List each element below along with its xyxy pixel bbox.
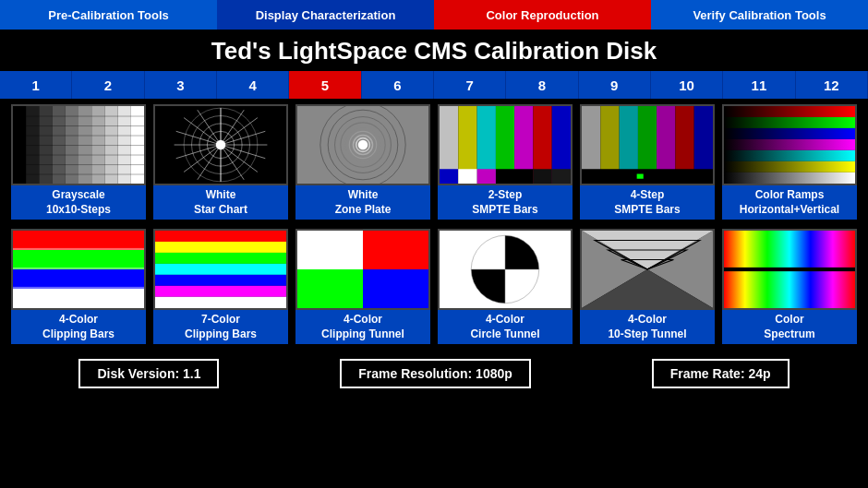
svg-rect-12 bbox=[13, 136, 144, 137]
thumb-zone-plate bbox=[295, 104, 430, 185]
grid-item-step-tunnel[interactable]: 4-Color10-Step Tunnel bbox=[580, 229, 715, 344]
tab-12[interactable]: 12 bbox=[796, 71, 868, 99]
svg-point-31 bbox=[218, 142, 223, 148]
label-smpte4: 4-StepSMPTE Bars bbox=[580, 185, 715, 220]
tab-5[interactable]: 5 bbox=[289, 71, 361, 99]
thumb-spectrum bbox=[722, 229, 857, 310]
grid-item-tunnel[interactable]: 4-ColorClipping Tunnel bbox=[295, 229, 430, 344]
svg-rect-83 bbox=[155, 297, 286, 308]
svg-rect-62 bbox=[637, 174, 644, 179]
label-ramps: Color RampsHorizontal+Vertical bbox=[722, 185, 857, 220]
tab-2[interactable]: 2 bbox=[72, 71, 144, 99]
svg-rect-10 bbox=[13, 116, 144, 117]
number-tabs: 1 2 3 4 5 6 7 8 9 10 11 12 bbox=[0, 71, 868, 99]
svg-rect-48 bbox=[440, 169, 458, 184]
grid-item-7clip[interactable]: 7-ColorClipping Bars bbox=[153, 229, 288, 344]
thumb-step-tunnel bbox=[580, 229, 715, 310]
svg-rect-87 bbox=[363, 269, 428, 308]
tab-4[interactable]: 4 bbox=[217, 71, 289, 99]
tab-7[interactable]: 7 bbox=[434, 71, 506, 99]
tab-3[interactable]: 3 bbox=[145, 71, 217, 99]
label-smpte2: 2-StepSMPTE Bars bbox=[438, 185, 573, 220]
grid-item-spectrum[interactable]: ColorSpectrum bbox=[722, 229, 857, 344]
svg-rect-61 bbox=[582, 169, 713, 184]
label-grayscale: Grayscale10x10-Steps bbox=[11, 185, 146, 220]
tab-10[interactable]: 10 bbox=[651, 71, 723, 99]
svg-rect-13 bbox=[13, 145, 144, 146]
nav-color-reproduction[interactable]: Color Reproduction bbox=[434, 0, 651, 30]
svg-rect-67 bbox=[724, 150, 855, 161]
label-tunnel: 4-ColorClipping Tunnel bbox=[295, 310, 430, 344]
svg-rect-73 bbox=[13, 289, 144, 308]
svg-rect-63 bbox=[724, 106, 855, 117]
top-nav: Pre-Calibration Tools Display Characteri… bbox=[0, 0, 868, 30]
page-title: Ted's LightSpace CMS Calibration Disk bbox=[0, 30, 868, 71]
svg-rect-64 bbox=[724, 117, 855, 128]
svg-rect-84 bbox=[297, 231, 363, 269]
bottom-info: Disk Version: 1.1 Frame Resolution: 1080… bbox=[0, 351, 868, 396]
grid-item-grayscale[interactable]: Grayscale10x10-Steps bbox=[11, 104, 146, 220]
svg-rect-101 bbox=[724, 268, 855, 271]
svg-rect-70 bbox=[13, 231, 144, 250]
tab-1[interactable]: 1 bbox=[0, 71, 72, 99]
svg-rect-71 bbox=[13, 250, 144, 269]
disk-version: Disk Version: 1.1 bbox=[78, 359, 219, 388]
svg-rect-49 bbox=[458, 169, 476, 184]
svg-rect-77 bbox=[155, 231, 286, 242]
label-4clip: 4-ColorClipping Bars bbox=[11, 310, 146, 344]
nav-verify-calibration[interactable]: Verify Calibration Tools bbox=[651, 0, 868, 30]
svg-rect-86 bbox=[297, 269, 363, 308]
tab-8[interactable]: 8 bbox=[506, 71, 578, 99]
nav-display-characterization[interactable]: Display Characterization bbox=[217, 0, 434, 30]
svg-rect-51 bbox=[496, 169, 534, 184]
label-7clip: 7-ColorClipping Bars bbox=[153, 310, 288, 344]
grid-item-circle[interactable]: 4-ColorCircle Tunnel bbox=[438, 229, 573, 344]
thumb-grayscale bbox=[11, 104, 146, 185]
svg-rect-82 bbox=[155, 286, 286, 297]
thumb-ramps bbox=[722, 104, 857, 185]
label-star-chart: WhiteStar Chart bbox=[153, 185, 288, 220]
frame-resolution: Frame Resolution: 1080p bbox=[340, 359, 531, 388]
tab-9[interactable]: 9 bbox=[579, 71, 651, 99]
thumb-4clip bbox=[11, 229, 146, 310]
frame-rate: Frame Rate: 24p bbox=[652, 359, 790, 388]
label-zone-plate: WhiteZone Plate bbox=[295, 185, 430, 220]
row1-grid: Grayscale10x10-Steps bbox=[0, 99, 868, 223]
svg-rect-74 bbox=[13, 248, 144, 250]
grid-item-4clip[interactable]: 4-ColorClipping Bars bbox=[11, 229, 146, 344]
thumb-smpte2 bbox=[438, 104, 573, 185]
svg-rect-68 bbox=[724, 161, 855, 173]
svg-rect-50 bbox=[477, 169, 496, 184]
nav-pre-calibration[interactable]: Pre-Calibration Tools bbox=[0, 0, 217, 30]
svg-rect-11 bbox=[13, 125, 144, 126]
svg-rect-79 bbox=[155, 253, 286, 264]
thumb-7clip bbox=[153, 229, 288, 310]
thumb-circle bbox=[438, 229, 573, 310]
grid-item-smpte2[interactable]: 2-StepSMPTE Bars bbox=[438, 104, 573, 220]
label-spectrum: ColorSpectrum bbox=[722, 310, 857, 344]
grid-item-star-chart[interactable]: WhiteStar Chart bbox=[153, 104, 288, 220]
svg-rect-16 bbox=[13, 174, 144, 175]
label-circle: 4-ColorCircle Tunnel bbox=[438, 310, 573, 344]
thumb-smpte4 bbox=[580, 104, 715, 185]
grid-item-zone-plate[interactable]: WhiteZone Plate bbox=[295, 104, 430, 220]
svg-rect-80 bbox=[155, 264, 286, 275]
grid-item-smpte4[interactable]: 4-StepSMPTE Bars bbox=[580, 104, 715, 220]
svg-rect-66 bbox=[724, 139, 855, 150]
row2-grid: 4-ColorClipping Bars 7-ColorClipping Bar… bbox=[0, 223, 868, 348]
tab-11[interactable]: 11 bbox=[723, 71, 795, 99]
svg-rect-81 bbox=[155, 275, 286, 286]
svg-rect-69 bbox=[724, 173, 855, 184]
svg-rect-75 bbox=[13, 268, 144, 269]
svg-rect-72 bbox=[13, 269, 144, 289]
tab-6[interactable]: 6 bbox=[362, 71, 434, 99]
svg-rect-65 bbox=[724, 128, 855, 139]
grid-item-ramps[interactable]: Color RampsHorizontal+Vertical bbox=[722, 104, 857, 220]
label-step-tunnel: 4-Color10-Step Tunnel bbox=[580, 310, 715, 344]
thumb-star-chart bbox=[153, 104, 288, 185]
svg-point-32 bbox=[358, 140, 368, 150]
svg-rect-52 bbox=[533, 169, 551, 184]
svg-rect-85 bbox=[363, 231, 428, 269]
svg-rect-15 bbox=[13, 164, 144, 165]
svg-rect-53 bbox=[552, 169, 571, 184]
